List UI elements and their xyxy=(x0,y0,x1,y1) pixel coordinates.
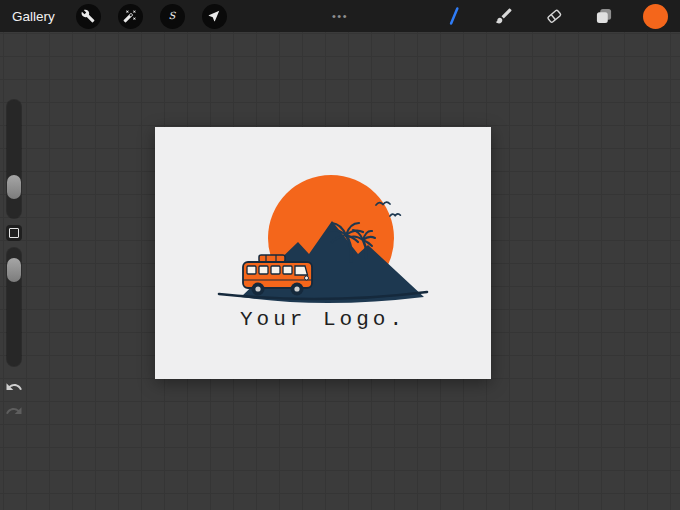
redo-icon xyxy=(5,402,23,420)
gallery-button[interactable]: Gallery xyxy=(12,9,55,24)
opacity-handle[interactable] xyxy=(7,258,21,282)
redo-button[interactable] xyxy=(5,402,23,420)
top-toolbar: Gallery S ••• xyxy=(0,0,680,32)
procreate-workspace: Gallery S ••• xyxy=(0,0,680,510)
selection-s-icon: S xyxy=(165,9,179,23)
undo-button[interactable] xyxy=(5,378,23,396)
layers-icon xyxy=(594,6,614,26)
brush-size-handle[interactable] xyxy=(7,175,21,199)
modify-button[interactable] xyxy=(6,225,22,241)
tool-sidebar xyxy=(5,100,23,420)
adjustments-button[interactable] xyxy=(118,4,143,29)
logo-text: Your Logo. xyxy=(240,308,406,331)
more-handle[interactable]: ••• xyxy=(332,10,348,22)
transform-button[interactable] xyxy=(202,4,227,29)
actions-button[interactable] xyxy=(76,4,101,29)
stroke-preview-button[interactable] xyxy=(443,5,465,27)
magic-wand-icon xyxy=(123,9,137,23)
eraser-button[interactable] xyxy=(543,5,565,27)
logo-artwork: Your Logo. xyxy=(155,127,491,379)
color-swatch[interactable] xyxy=(643,4,668,29)
modify-square-icon xyxy=(9,228,19,238)
eraser-icon xyxy=(544,6,564,26)
layers-button[interactable] xyxy=(593,5,615,27)
selection-button[interactable]: S xyxy=(160,4,185,29)
paintbrush-icon xyxy=(494,6,514,26)
wrench-icon xyxy=(81,9,95,23)
artwork-canvas[interactable]: Your Logo. xyxy=(155,127,491,379)
transform-arrow-icon xyxy=(207,9,221,23)
brush-size-slider[interactable] xyxy=(7,100,21,218)
opacity-slider[interactable] xyxy=(7,248,21,366)
svg-text:S: S xyxy=(169,10,177,21)
paint-tools-group xyxy=(443,4,668,29)
brush-stroke-icon xyxy=(444,6,464,26)
undo-icon xyxy=(5,378,23,396)
brush-button[interactable] xyxy=(493,5,515,27)
